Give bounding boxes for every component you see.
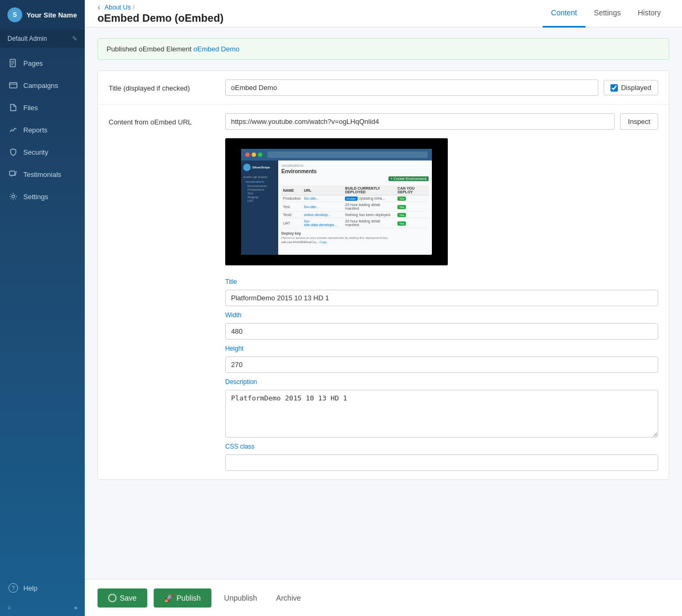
bottom-toolbar: Save 🚀 Publish Unpublish Archive — [85, 579, 682, 616]
sidebar-nav: Pages Campaigns Files Reports Security — [0, 48, 85, 577]
sidebar-help[interactable]: ? Help — [0, 577, 85, 599]
tab-history[interactable]: History — [629, 0, 669, 28]
sidebar-item-reports[interactable]: Reports — [0, 119, 85, 141]
sidebar-item-files[interactable]: Files — [0, 96, 85, 119]
ss-uat-name: UAT — [281, 218, 302, 228]
settings-label: Settings — [23, 193, 48, 201]
user-name: Default Admin — [7, 35, 47, 42]
displayed-label: Displayed — [621, 84, 651, 92]
screenshot-sidebar-inner: SilverStripe avalon-git project visualis… — [241, 160, 278, 255]
publish-button[interactable]: 🚀 Publish — [154, 588, 211, 608]
css-class-field: CSS class — [225, 443, 658, 471]
logo-icon: S — [7, 7, 22, 22]
sidebar-logo[interactable]: S Your Site Name — [0, 0, 85, 30]
reports-icon — [8, 125, 18, 135]
description-field: Description PlatformDemo 2015 10 13 HD 1 — [225, 378, 658, 438]
success-text: Published oEmbed Element — [107, 45, 193, 53]
video-title-input[interactable] — [225, 290, 658, 306]
screenshot-body: SilverStripe avalon-git project visualis… — [241, 160, 432, 255]
files-icon — [8, 103, 18, 112]
ss-prod-build: known Updating Infra... — [343, 195, 396, 202]
settings-icon — [8, 192, 18, 201]
title-control: Displayed — [225, 79, 658, 96]
ss-deploy-key-label: Deploy key — [281, 231, 429, 235]
topbar: ‹ About Us / oEmbed Demo (oEmbed) Conten… — [85, 0, 682, 28]
security-label: Security — [23, 148, 48, 156]
success-banner: Published oEmbed Element oEmbed Demo — [98, 38, 669, 60]
sidebar-item-testimonials[interactable]: Testimonials — [0, 163, 85, 185]
loading-circle: ○ — [7, 604, 11, 611]
ss-uat-can: Yes — [396, 218, 429, 228]
title-input[interactable] — [225, 79, 598, 96]
sidebar-item-pages[interactable]: Pages — [0, 52, 85, 74]
files-label: Files — [23, 104, 38, 112]
main-area: ‹ About Us / oEmbed Demo (oEmbed) Conten… — [85, 0, 682, 616]
page-title: oEmbed Demo (oEmbed) — [98, 12, 224, 24]
ss-col-name: NAME — [281, 185, 302, 195]
testimonials-label: Testimonials — [23, 171, 61, 178]
width-input[interactable] — [225, 323, 658, 340]
sidebar-item-campaigns[interactable]: Campaigns — [0, 74, 85, 96]
displayed-checkbox[interactable] — [610, 84, 618, 92]
description-label: Description — [225, 378, 658, 386]
user-edit-icon: ✎ — [72, 35, 77, 42]
testimonials-icon — [8, 169, 18, 179]
ss-prod-can: Yes — [396, 195, 429, 202]
ss-row-uat: UAT Go-site.data.develope... 20 hour Add… — [281, 218, 429, 228]
css-class-input[interactable] — [225, 454, 658, 471]
meta-section: Title Width Height Description — [225, 278, 658, 471]
ss-col-url: URL — [302, 185, 343, 195]
save-label: Save — [120, 594, 137, 602]
title-label: Title (displayed if checked) — [109, 79, 215, 93]
topbar-tabs: Content Settings History — [543, 0, 669, 28]
topbar-left: ‹ About Us / oEmbed Demo (oEmbed) — [98, 3, 224, 24]
ss-col-build: BUILD CURRENTLY DEPLOYED — [343, 185, 396, 195]
archive-label: Archive — [276, 594, 301, 602]
help-label: Help — [23, 584, 38, 592]
ss-row-test2: Test2 online.develop... Nothing has been… — [281, 212, 429, 218]
height-label: Height — [225, 345, 658, 352]
ss-uat-build: 20 hour Adding detail manifest — [343, 218, 396, 228]
height-input[interactable] — [225, 356, 658, 373]
ss-test2-can: Yes — [396, 212, 429, 218]
archive-button[interactable]: Archive — [270, 588, 307, 608]
svg-point-6 — [12, 195, 15, 198]
url-input[interactable] — [225, 113, 615, 130]
displayed-checkbox-label[interactable]: Displayed — [604, 80, 658, 95]
success-link[interactable]: oEmbed Demo — [193, 45, 240, 53]
publish-icon: 🚀 — [164, 594, 173, 602]
oembed-control: Inspect — [225, 113, 658, 471]
oembed-row: Content from oEmbed URL Inspect — [98, 105, 669, 479]
sidebar-user[interactable]: Default Admin ✎ — [0, 30, 85, 48]
ss-test-url: Go-site... — [302, 202, 343, 212]
dot-yellow — [252, 153, 256, 157]
sidebar: S Your Site Name Default Admin ✎ Pages C… — [0, 0, 85, 616]
svg-rect-4 — [10, 83, 17, 88]
ss-test2-build: Nothing has been deployed — [343, 212, 396, 218]
sidebar-item-security[interactable]: Security — [0, 141, 85, 163]
ss-prod-name: Production — [281, 195, 302, 202]
ss-test-can: Yes — [396, 202, 429, 212]
site-name: Your Site Name — [26, 11, 77, 19]
tab-content[interactable]: Content — [543, 0, 586, 28]
sidebar-collapse-btn[interactable]: ○ « — [0, 599, 85, 616]
ss-uat-url: Go-site.data.develope... — [302, 218, 343, 228]
tab-settings[interactable]: Settings — [586, 0, 630, 28]
title-row: Title (displayed if checked) Displayed — [98, 71, 669, 105]
inspect-button[interactable]: Inspect — [620, 113, 658, 130]
content-area: Published oEmbed Element oEmbed Demo Tit… — [85, 28, 682, 579]
save-circle-icon — [108, 594, 117, 602]
save-button[interactable]: Save — [98, 588, 147, 608]
screenshot-header — [241, 149, 432, 160]
description-textarea[interactable]: PlatformDemo 2015 10 13 HD 1 — [225, 390, 658, 438]
sidebar-item-settings[interactable]: Settings — [0, 185, 85, 208]
unpublish-button[interactable]: Unpublish — [218, 588, 263, 608]
collapse-label[interactable]: « — [74, 604, 77, 611]
breadcrumb-link[interactable]: About Us — [104, 4, 130, 11]
back-button[interactable]: ‹ — [98, 3, 100, 12]
ss-test2-url: online.develop... — [302, 212, 343, 218]
form-section: Title (displayed if checked) Displayed C… — [98, 70, 669, 480]
ss-deploy-key-value: ssh-rsa AAAAB3NzaC1y... Copy — [281, 240, 429, 244]
breadcrumb-separator: / — [133, 4, 135, 11]
publish-label: Publish — [176, 594, 201, 602]
